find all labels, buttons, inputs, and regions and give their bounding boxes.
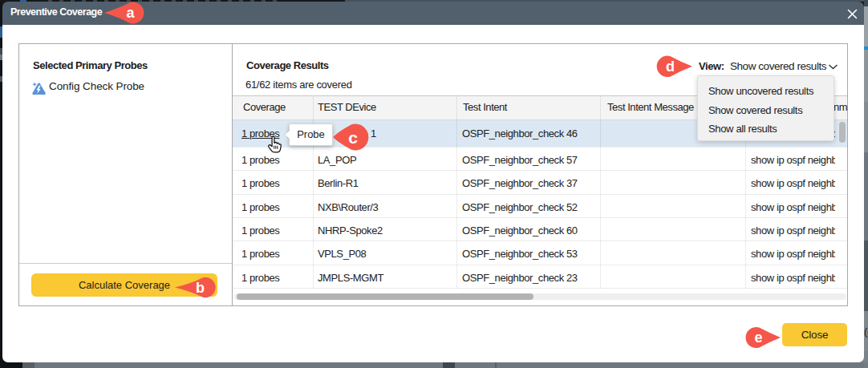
svg-text:a: a: [126, 5, 135, 21]
svg-text:e: e: [754, 330, 762, 346]
svg-text:c: c: [348, 128, 358, 147]
svg-text:d: d: [666, 59, 675, 75]
svg-text:b: b: [196, 280, 205, 296]
